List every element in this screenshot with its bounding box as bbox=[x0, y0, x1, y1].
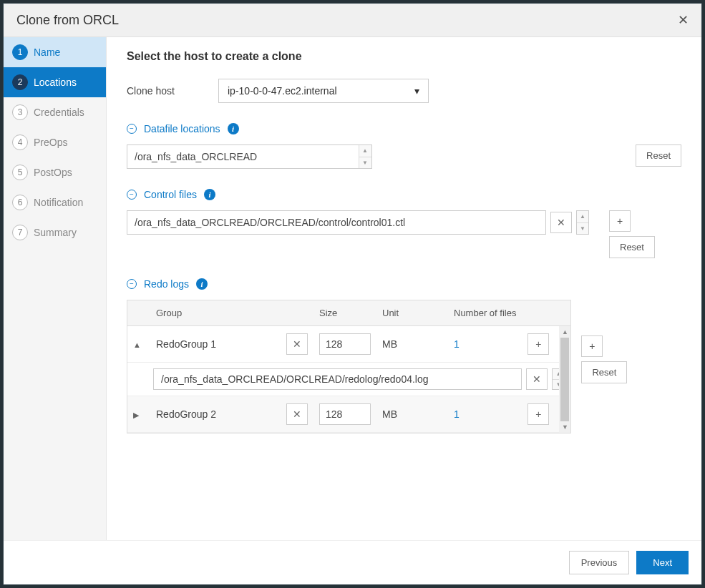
content-area: Select the host to create a clone Clone … bbox=[107, 37, 701, 540]
step-credentials[interactable]: 3 Credentials bbox=[4, 97, 106, 127]
step-num: 5 bbox=[12, 165, 28, 180]
control-side-buttons: + Reset bbox=[609, 210, 655, 258]
clone-host-value: ip-10-0-0-47.ec2.internal bbox=[228, 85, 337, 97]
control-input-wrap bbox=[127, 210, 546, 235]
step-locations[interactable]: 2 Locations bbox=[4, 67, 106, 97]
collapse-icon: − bbox=[127, 124, 137, 134]
clone-host-label: Clone host bbox=[127, 85, 218, 97]
row-add-button[interactable]: + bbox=[527, 333, 549, 355]
collapse-icon: − bbox=[127, 190, 137, 200]
row-delete-button[interactable]: ✕ bbox=[286, 333, 308, 355]
step-num: 6 bbox=[12, 195, 28, 210]
redo-tbody: ▲ RedoGroup 1 ✕ MB 1 + ✕ bbox=[127, 326, 570, 433]
clone-modal: Clone from ORCL ✕ 1 Name 2 Locations 3 C… bbox=[3, 3, 702, 585]
redo-add-button[interactable]: + bbox=[581, 335, 603, 357]
previous-button[interactable]: Previous bbox=[569, 551, 630, 574]
numfiles-link[interactable]: 1 bbox=[454, 408, 460, 420]
redo-row: Group Size Unit Number of files ▲ RedoGr… bbox=[127, 300, 681, 433]
redo-section-header[interactable]: − Redo logs i bbox=[127, 278, 681, 290]
datafile-section-header[interactable]: − Datafile locations i bbox=[127, 123, 681, 134]
col-num: Number of files bbox=[448, 300, 522, 325]
redo-path-input[interactable] bbox=[153, 368, 522, 390]
size-input[interactable] bbox=[319, 333, 371, 355]
modal-title: Clone from ORCL bbox=[16, 13, 119, 28]
section-label: Redo logs bbox=[144, 278, 189, 290]
control-input[interactable] bbox=[127, 211, 545, 234]
expand-toggle-icon[interactable]: ▲ bbox=[133, 340, 141, 349]
step-label: Locations bbox=[34, 77, 77, 88]
table-row: ▲ RedoGroup 1 ✕ MB 1 + bbox=[127, 326, 570, 363]
step-label: PostOps bbox=[34, 167, 72, 178]
section-label: Datafile locations bbox=[144, 123, 220, 134]
clone-host-row: Clone host ip-10-0-0-47.ec2.internal ▾ bbox=[127, 79, 681, 103]
datafile-input-wrap: ▲ ▼ bbox=[127, 144, 372, 169]
control-add-button[interactable]: + bbox=[609, 210, 631, 232]
step-num: 2 bbox=[12, 74, 28, 90]
scroll-thumb[interactable] bbox=[560, 338, 569, 421]
expand-toggle-icon[interactable]: ▶ bbox=[133, 411, 139, 419]
scroll-down-icon[interactable]: ▼ bbox=[559, 421, 570, 433]
cell-unit: MB bbox=[376, 331, 448, 357]
step-label: PreOps bbox=[34, 137, 67, 148]
modal-header: Clone from ORCL ✕ bbox=[4, 4, 701, 37]
scroll-up-icon[interactable]: ▲ bbox=[559, 326, 570, 338]
redo-reset-button[interactable]: Reset bbox=[581, 361, 627, 383]
cell-group: RedoGroup 2 bbox=[150, 401, 281, 427]
info-icon[interactable]: i bbox=[204, 189, 215, 200]
path-delete-button[interactable]: ✕ bbox=[526, 368, 548, 390]
redo-path-row: ✕ ▲ ▼ bbox=[127, 363, 570, 396]
step-num: 4 bbox=[12, 134, 28, 150]
caret-down-icon: ▾ bbox=[414, 85, 419, 97]
col-size: Size bbox=[313, 300, 376, 325]
section-label: Control files bbox=[144, 189, 197, 200]
info-icon[interactable]: i bbox=[228, 123, 239, 134]
step-label: Notification bbox=[34, 197, 83, 208]
datafile-row: ▲ ▼ Reset bbox=[127, 144, 681, 169]
cell-group: RedoGroup 1 bbox=[150, 331, 281, 357]
spinner-up-icon[interactable]: ▲ bbox=[577, 211, 588, 223]
clone-host-dropdown[interactable]: ip-10-0-0-47.ec2.internal ▾ bbox=[218, 79, 429, 103]
step-num: 7 bbox=[12, 225, 28, 240]
step-preops[interactable]: 4 PreOps bbox=[4, 127, 106, 157]
spinner-down-icon[interactable]: ▼ bbox=[359, 157, 371, 169]
col-group: Group bbox=[150, 300, 281, 325]
step-notification[interactable]: 6 Notification bbox=[4, 187, 106, 217]
datafile-spinner: ▲ ▼ bbox=[359, 145, 371, 168]
datafile-reset-button[interactable]: Reset bbox=[636, 144, 681, 167]
next-button[interactable]: Next bbox=[636, 551, 689, 574]
table-scrollbar[interactable]: ▲ ▼ bbox=[559, 326, 570, 433]
control-row: ✕ ▲ ▼ + Reset bbox=[127, 210, 681, 258]
page-title: Select the host to create a clone bbox=[127, 50, 681, 63]
step-summary[interactable]: 7 Summary bbox=[4, 217, 106, 248]
size-input[interactable] bbox=[319, 403, 371, 425]
row-delete-button[interactable]: ✕ bbox=[286, 403, 308, 425]
step-label: Name bbox=[34, 46, 60, 58]
modal-body: 1 Name 2 Locations 3 Credentials 4 PreOp… bbox=[4, 37, 701, 540]
table-row: ▶ RedoGroup 2 ✕ MB 1 + bbox=[127, 396, 570, 433]
step-name[interactable]: 1 Name bbox=[4, 37, 106, 67]
col-unit: Unit bbox=[376, 300, 448, 325]
spinner-up-icon[interactable]: ▲ bbox=[359, 145, 371, 157]
spinner-down-icon[interactable]: ▼ bbox=[577, 223, 588, 235]
redo-table: Group Size Unit Number of files ▲ RedoGr… bbox=[127, 300, 571, 433]
info-icon[interactable]: i bbox=[196, 278, 208, 290]
redo-side-buttons: + Reset bbox=[581, 335, 627, 383]
control-spinner: ▲ ▼ bbox=[576, 210, 589, 235]
redo-thead: Group Size Unit Number of files bbox=[127, 300, 570, 326]
control-section-header[interactable]: − Control files i bbox=[127, 189, 681, 200]
step-postops[interactable]: 5 PostOps bbox=[4, 157, 106, 187]
control-delete-button[interactable]: ✕ bbox=[550, 212, 572, 233]
collapse-icon: − bbox=[127, 279, 137, 289]
control-reset-button[interactable]: Reset bbox=[609, 236, 655, 258]
wizard-sidebar: 1 Name 2 Locations 3 Credentials 4 PreOp… bbox=[4, 37, 107, 540]
row-add-button[interactable]: + bbox=[527, 403, 549, 425]
step-num: 1 bbox=[12, 44, 28, 60]
close-icon[interactable]: ✕ bbox=[678, 12, 689, 28]
step-label: Summary bbox=[34, 227, 77, 238]
step-label: Credentials bbox=[34, 107, 84, 118]
modal-footer: Previous Next bbox=[4, 540, 701, 584]
datafile-input[interactable] bbox=[127, 145, 359, 168]
numfiles-link[interactable]: 1 bbox=[454, 338, 460, 350]
cell-unit: MB bbox=[376, 401, 448, 427]
step-num: 3 bbox=[12, 104, 28, 120]
